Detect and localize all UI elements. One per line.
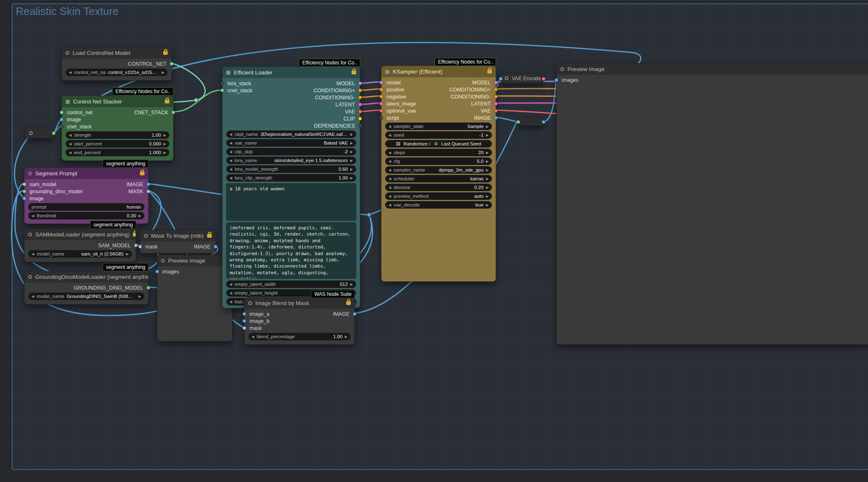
node-header[interactable] [518,118,543,125]
node-segment-prompt[interactable]: Segment Prompt sam_model IMAGE grounding… [24,167,149,224]
widget-vae-name[interactable]: ◀ vae_name Baked VAE ▶ [226,139,356,147]
right-arrow-icon[interactable]: ▶ [486,160,489,163]
widget-clip-skip[interactable]: ◀ clip_skip -2 ▶ [226,148,356,155]
output-dot-image[interactable] [494,116,498,120]
node-header[interactable]: Control Net Stacker [62,96,173,107]
output-dot-conditioning-plus[interactable] [494,88,498,91]
widget-model-name[interactable]: ◀ model_name sam_vit_h (2.56GB) ▶ [28,250,132,258]
input-dot-script[interactable] [379,116,383,120]
widget-vae-decode[interactable]: ◀ vae_decode true ▶ [385,201,492,209]
collapse-toggle-icon[interactable] [505,76,509,80]
output-dot-image[interactable] [214,245,218,248]
collapse-toggle-icon[interactable] [28,233,32,236]
widget-lora-name[interactable]: ◀ lora_name skins\detailed_eye-1.5.safet… [226,157,356,164]
output-dot-conditioning-minus[interactable] [494,95,498,98]
collapse-toggle-icon[interactable] [161,259,165,263]
output-dot-mask[interactable] [147,189,150,193]
input-dot-sam-model[interactable] [22,182,26,186]
output-dot-image[interactable] [353,312,357,316]
output-dot-latent[interactable] [542,77,543,81]
input-dot-model[interactable] [379,81,383,84]
collapsed-node[interactable] [25,128,54,138]
output-dot-sam-model[interactable] [134,243,138,247]
right-arrow-icon[interactable]: ▶ [486,168,489,172]
left-arrow-icon[interactable]: ◀ [230,167,232,171]
left-arrow-icon[interactable]: ◀ [230,176,232,180]
output-dot-model[interactable] [358,81,362,85]
collapsed-node[interactable] [518,118,544,126]
node-image-blend-by-mask[interactable]: Image Blend by Mask image_a IMAGE image_… [244,297,355,345]
right-arrow-icon[interactable]: ▶ [350,167,353,171]
output-dot-conditioning-plus[interactable] [358,89,362,92]
right-arrow-icon[interactable]: ▶ [350,150,353,154]
node-mask-to-image[interactable]: Mask To Image (mtb) mask IMAGE [140,230,216,253]
left-arrow-icon[interactable]: ◀ [32,214,34,218]
node-ksampler-efficient[interactable]: KSampler (Efficient) model MODEL positiv… [381,66,496,282]
node-control-net-stacker[interactable]: Control Net Stacker control_net CNET_STA… [61,96,174,161]
node-header[interactable] [25,128,54,138]
output-dot-control-net[interactable] [170,62,174,66]
widget-cfg[interactable]: ◀ cfg 5.0 ▶ [385,157,492,165]
right-arrow-icon[interactable]: ▶ [350,159,353,162]
node-grounding-dino-model-loader[interactable]: GroundingDinoModelLoader (segment anythi… [24,271,149,305]
right-arrow-icon[interactable]: ▶ [162,71,164,74]
right-arrow-icon[interactable]: ▶ [486,203,489,207]
input-dot-positive[interactable] [379,88,383,91]
node-header[interactable]: SAMModelLoader (segment anything) [24,229,136,240]
left-arrow-icon[interactable]: ◀ [69,133,71,137]
right-arrow-icon[interactable]: ▶ [345,335,347,339]
randomize-seed-button[interactable]: ⚄ Randomize / ♻ Last Queued Seed [385,140,492,148]
collapse-toggle-icon[interactable] [248,301,252,305]
collapse-toggle-icon[interactable] [28,275,32,279]
output-dot-latent[interactable] [358,103,362,106]
output-dot-model[interactable] [494,81,498,84]
input-dot-grounding-dino-model[interactable] [22,189,26,193]
widget-prompt[interactable]: prompt human [28,203,144,211]
node-header[interactable]: GroundingDinoModelLoader (segment anythi… [24,271,148,283]
node-efficient-loader[interactable]: Efficient Loader lora_stack MODEL cnet_s… [222,66,360,308]
widget-preview-method[interactable]: ◀ preview_method auto ▶ [385,192,492,200]
left-arrow-icon[interactable]: ◀ [389,186,391,189]
right-arrow-icon[interactable]: ▶ [350,176,353,180]
node-header[interactable]: KSampler (Efficient) [381,66,496,77]
collapse-toggle-icon[interactable] [144,234,148,238]
node-load-controlnet-model[interactable]: Load ControlNet Model CONTROL_NET ◀ cont… [61,47,172,81]
output-dot-grounding-dino-model[interactable] [147,286,150,290]
input-dot-image-a[interactable] [242,312,246,316]
right-arrow-icon[interactable]: ▶ [350,141,353,145]
left-arrow-icon[interactable]: ◀ [252,335,254,339]
left-arrow-icon[interactable]: ◀ [230,283,232,286]
widget-strength[interactable]: ◀ strength 1.00 ▶ [66,131,169,139]
reroute-dot[interactable] [367,213,371,217]
left-arrow-icon[interactable]: ◀ [230,133,232,136]
input-dot-optional-vae[interactable] [379,109,383,113]
left-arrow-icon[interactable]: ◀ [230,159,232,162]
widget-control-net-name[interactable]: ◀ control_net_na control_v11f1e_sd15_til… [66,69,168,76]
left-arrow-icon[interactable]: ◀ [69,71,71,74]
output-dot-clip[interactable] [358,117,362,120]
input-dot[interactable] [518,120,520,124]
collapse-toggle-icon[interactable] [385,70,389,74]
input-dot-images[interactable] [555,78,558,82]
right-arrow-icon[interactable]: ▶ [164,142,166,146]
output-dot-image[interactable] [147,182,150,186]
left-arrow-icon[interactable]: ◀ [69,151,71,155]
node-preview-image-left[interactable]: Preview Image images [157,255,232,342]
left-arrow-icon[interactable]: ◀ [32,295,34,298]
input-dot-latent-image[interactable] [379,102,383,106]
right-arrow-icon[interactable]: ▶ [126,252,129,256]
right-arrow-icon[interactable]: ▶ [139,295,141,298]
right-arrow-icon[interactable]: ▶ [350,283,353,286]
node-header[interactable]: Load ControlNet Model [62,47,171,59]
right-arrow-icon[interactable]: ▶ [164,133,166,137]
widget-scheduler[interactable]: ◀ scheduler karras ▶ [385,175,492,182]
widget-lora-clip-strength[interactable]: ◀ lora_clip_strength 1.00 ▶ [226,174,356,182]
right-arrow-icon[interactable]: ▶ [486,177,489,181]
left-arrow-icon[interactable]: ◀ [389,151,391,155]
widget-sampler-name[interactable]: ◀ sampler_name dpmpp_3m_sde_gpu ▶ [385,166,492,174]
left-arrow-icon[interactable]: ◀ [389,168,391,172]
left-arrow-icon[interactable]: ◀ [389,133,391,137]
left-arrow-icon[interactable]: ◀ [389,160,391,163]
widget-sampler-state[interactable]: ◀ sampler_state Sample ▶ [385,123,492,130]
widget-seed[interactable]: ◀ seed -1 ▶ [385,131,492,139]
